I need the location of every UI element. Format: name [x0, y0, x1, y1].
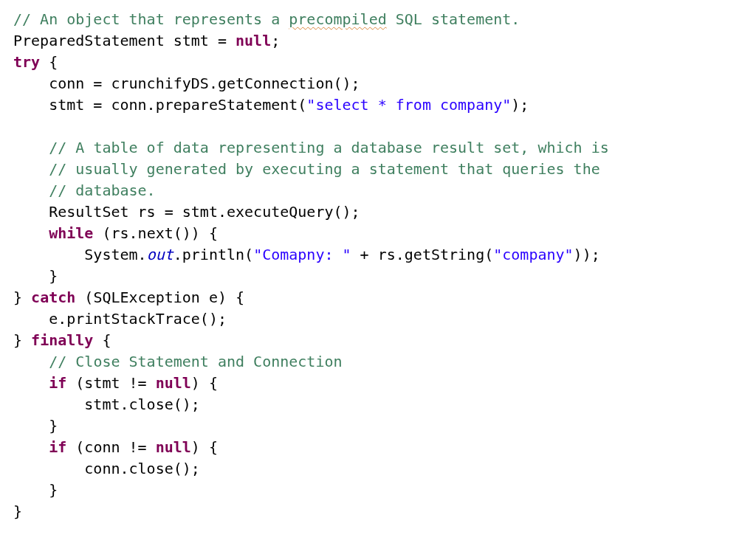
code-line: }	[13, 502, 22, 520]
code-line: while (rs.next()) {	[13, 224, 218, 242]
code-line: // Close Statement and Connection	[13, 353, 343, 370]
code-line: // A table of data representing a databa…	[13, 139, 609, 156]
code-line: if (stmt != null) {	[13, 374, 218, 392]
code-line: } finally {	[13, 331, 111, 349]
code-line: try {	[13, 53, 58, 71]
code-line: System.out.println("Comapny: " + rs.getS…	[13, 246, 600, 263]
code-line: }	[13, 481, 58, 499]
code-line: conn = crunchifyDS.getConnection();	[13, 75, 360, 92]
code-line: stmt.close();	[13, 395, 200, 413]
code-line: if (conn != null) {	[13, 438, 218, 456]
code-line: // usually generated by executing a stat…	[13, 160, 600, 178]
code-line: // database.	[13, 182, 156, 199]
code-line: // An object that represents a precompil…	[13, 10, 520, 28]
code-line: e.printStackTrace();	[13, 310, 227, 328]
code-line: }	[13, 267, 58, 285]
code-block: // An object that represents a precompil…	[0, 0, 756, 531]
spellcheck-underline: precompiled	[289, 10, 386, 28]
code-line: ResultSet rs = stmt.executeQuery();	[13, 203, 360, 221]
code-line: PreparedStatement stmt = null;	[13, 32, 280, 49]
code-line: } catch (SQLException e) {	[13, 288, 244, 306]
code-line: stmt = conn.prepareStatement("select * f…	[13, 96, 529, 114]
code-line: }	[13, 417, 58, 435]
code-line: conn.close();	[13, 460, 200, 477]
